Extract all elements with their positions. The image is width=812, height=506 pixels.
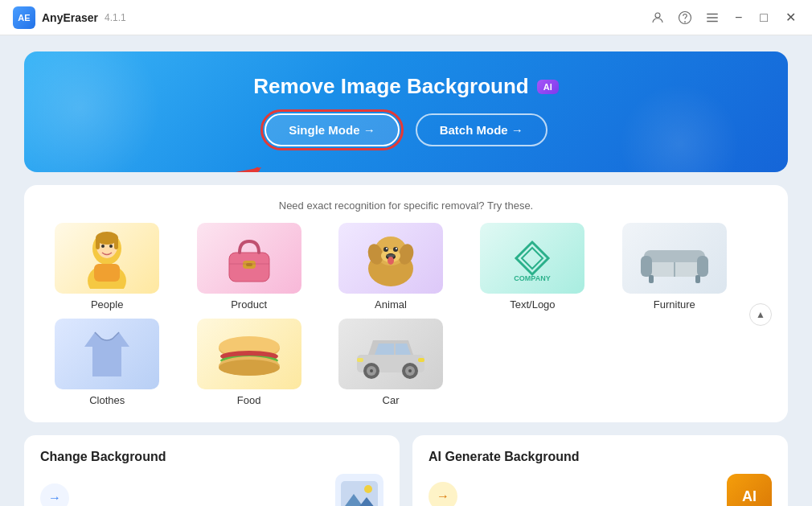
category-car[interactable]: Car (324, 319, 457, 406)
category-thumb-textlogo: COMPANY (480, 223, 584, 294)
titlebar: AE AnyEraser 4.1.1 − □ ✕ (0, 0, 812, 35)
category-product[interactable]: Product (182, 223, 315, 311)
category-furniture[interactable]: Furniture (608, 223, 741, 311)
maximize-button[interactable]: □ (757, 10, 771, 26)
ai-generate-bg-title: AI Generate Background (429, 450, 772, 464)
animal-image (355, 228, 427, 289)
svg-point-55 (370, 369, 373, 372)
main-content: Remove Image Background AI Single Mode →… (0, 35, 812, 506)
svg-text:COMPANY: COMPANY (515, 274, 551, 282)
bottom-cards: Change Background → AI Ge (24, 435, 788, 506)
app-identity: AE AnyEraser 4.1.1 (13, 6, 126, 29)
category-label-people: People (91, 298, 123, 311)
svg-point-32 (388, 257, 394, 265)
category-label-food: Food (237, 394, 261, 406)
hero-buttons: Single Mode → Batch Mode → (48, 113, 764, 146)
product-image (217, 230, 281, 286)
svg-rect-12 (114, 238, 118, 249)
people-image (75, 228, 139, 289)
category-thumb-clothes (55, 319, 159, 389)
hero-title: Remove Image Background AI (48, 74, 764, 99)
category-animal[interactable]: Animal (324, 223, 457, 311)
category-label-car: Car (383, 394, 400, 406)
ai-generate-bg-icon: AI (727, 474, 772, 506)
svg-rect-40 (649, 275, 654, 283)
svg-point-49 (219, 360, 280, 376)
single-mode-button[interactable]: Single Mode → (265, 113, 400, 146)
svg-point-27 (393, 247, 398, 252)
category-thumb-car (338, 319, 443, 389)
change-background-card: Change Background → (24, 435, 400, 506)
user-icon[interactable] (650, 10, 666, 26)
categories-grid: People (40, 223, 772, 406)
category-people[interactable]: People (40, 223, 174, 311)
svg-point-56 (408, 369, 412, 372)
category-thumb-furniture (622, 223, 727, 294)
change-bg-icon (335, 474, 383, 506)
svg-rect-57 (357, 358, 363, 362)
category-label-product: Product (231, 298, 267, 311)
food-image (209, 326, 289, 382)
change-bg-arrow-button[interactable]: → (40, 483, 69, 506)
svg-rect-41 (695, 275, 700, 283)
svg-point-14 (109, 245, 113, 248)
minimize-button[interactable]: − (732, 10, 745, 26)
category-label-clothes: Clothes (89, 394, 125, 406)
textlogo-image: COMPANY (496, 230, 568, 286)
batch-mode-button[interactable]: Batch Mode → (416, 113, 547, 146)
svg-point-28 (386, 248, 388, 249)
app-name: AnyEraser (42, 11, 98, 24)
category-clothes[interactable]: Clothes (40, 319, 174, 406)
svg-point-60 (364, 485, 372, 493)
svg-rect-11 (96, 238, 100, 249)
svg-rect-58 (418, 358, 424, 362)
car-image (351, 326, 431, 382)
help-icon[interactable] (677, 10, 693, 26)
single-mode-wrapper: Single Mode → (265, 113, 400, 146)
furniture-image (634, 230, 715, 286)
svg-rect-39 (697, 256, 708, 277)
app-version: 4.1.1 (105, 12, 126, 23)
ai-badge: AI (537, 80, 559, 94)
hero-banner: Remove Image Background AI Single Mode →… (24, 51, 788, 172)
category-thumb-people (55, 223, 159, 294)
category-label-textlogo: Text/Logo (510, 298, 555, 311)
category-thumb-food (197, 319, 301, 389)
svg-point-2 (685, 21, 686, 22)
change-bg-body: → (40, 474, 383, 506)
clothes-image (75, 324, 139, 385)
landscape-icon (339, 479, 379, 506)
recognition-section: Need exact recognition for specific remo… (24, 185, 788, 422)
ai-generate-bg-body: → AI (429, 474, 772, 506)
category-textlogo[interactable]: COMPANY Text/Logo (465, 223, 599, 311)
svg-point-26 (383, 247, 388, 252)
category-thumb-product (197, 223, 301, 294)
app-logo: AE (13, 6, 35, 29)
category-thumb-animal (338, 223, 443, 294)
window-controls: − □ ✕ (650, 10, 799, 26)
ai-generate-bg-arrow-button[interactable]: → (429, 482, 457, 506)
categories-list: People (40, 223, 741, 406)
svg-point-29 (396, 248, 397, 249)
close-button[interactable]: ✕ (782, 10, 799, 26)
change-bg-title: Change Background (40, 450, 383, 464)
recognition-hint: Need exact recognition for specific remo… (40, 200, 772, 212)
category-label-furniture: Furniture (654, 298, 695, 311)
svg-point-13 (101, 245, 105, 248)
ai-generate-bg-card: AI Generate Background → AI (412, 435, 788, 506)
scroll-up-button[interactable]: ▲ (749, 303, 772, 326)
category-label-animal: Animal (375, 298, 407, 311)
svg-rect-15 (94, 264, 120, 282)
svg-rect-38 (641, 256, 652, 277)
category-food[interactable]: Food (182, 319, 315, 406)
menu-icon[interactable] (704, 10, 720, 26)
svg-point-0 (655, 13, 660, 18)
